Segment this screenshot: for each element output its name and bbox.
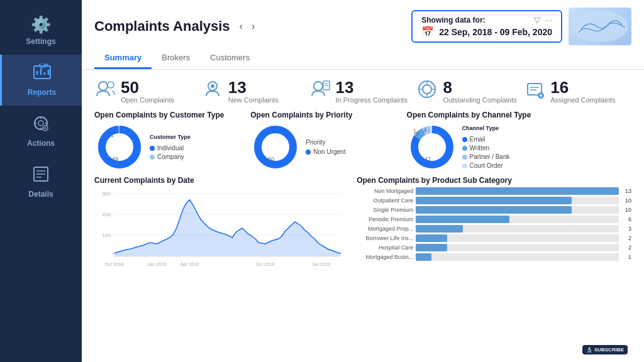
bar-track-2 [416, 206, 619, 214]
bar-value-2: 10 [621, 207, 631, 213]
svg-point-24 [211, 84, 214, 88]
donut-svg-customer: 1 49 [94, 122, 145, 172]
area-chart-svg: 300 200 100 Oct 2018 Jan 2019 Apr 2019 O… [94, 187, 344, 269]
bar-row-4: Mortgaged Prop... 3 [357, 225, 631, 233]
bar-track-0 [416, 187, 619, 195]
svg-text:4: 4 [423, 127, 426, 133]
kpi-outstanding-text: 8 Outstanding Complaints [443, 79, 516, 104]
kpi-new-number: 13 [228, 79, 279, 96]
kpi-new-text: 13 New Complaints [228, 79, 279, 104]
header-left: Complaints Analysis ‹ › [94, 18, 258, 35]
kpi-inprogress-desc: In Progress Complaints [336, 96, 408, 104]
legend-label-partner: Partner / Bank [470, 153, 510, 160]
nav-forward-button[interactable]: › [248, 19, 258, 33]
area-chart-title: Current Complaints by Date [94, 176, 344, 185]
date-filter-box[interactable]: Showing data for: ▽ ··· 📅 22 Sep, 2018 -… [411, 10, 562, 43]
bar-fill-6 [416, 244, 447, 251]
legend-label-nonurgent: Non Urgent [313, 148, 345, 155]
date-filter-label: Showing data for: [421, 16, 485, 25]
tab-customers[interactable]: Customers [200, 48, 260, 69]
tab-brokers[interactable]: Brokers [152, 48, 200, 69]
sidebar-item-actions[interactable]: Actions [0, 106, 82, 156]
svg-text:Jan 2020: Jan 2020 [312, 262, 331, 267]
bar-fill-7 [416, 253, 431, 261]
outstanding-complaints-icon [416, 79, 438, 104]
bottom-row: Current Complaints by Date 300 200 100 [82, 175, 644, 362]
chart-customer-type-title: Open Complaints by Customer Type [94, 111, 244, 119]
chart-priority: Open Complaints by Priority 50 Priority … [250, 111, 400, 172]
bar-value-3: 6 [621, 216, 631, 222]
bar-fill-5 [416, 234, 447, 242]
chart-channel-title: Open Complaints by Channel Type [407, 111, 631, 119]
subscribe-icon: 🔬 [586, 347, 592, 353]
kpi-open-number: 50 [121, 79, 174, 96]
kpi-outstanding-desc: Outstanding Complaints [443, 96, 516, 104]
svg-point-30 [423, 85, 431, 94]
bar-value-0: 13 [621, 188, 631, 194]
subscribe-badge[interactable]: 🔬 SUBSCRIBE [582, 345, 628, 354]
kpi-inprogress-complaints: 13 In Progress Complaints [309, 79, 417, 104]
legend-company: Company [150, 153, 191, 160]
legend-dot-nonurgent [306, 150, 311, 155]
legend-label-email: Email [470, 136, 486, 143]
legend-dot-court [462, 163, 467, 168]
bar-fill-4 [416, 225, 463, 233]
kpi-open-text: 50 Open Complaints [121, 79, 174, 104]
bar-value-6: 2 [621, 244, 631, 251]
date-filter-header: Showing data for: ▽ ··· [421, 15, 552, 25]
priority-legend-title: Priority [306, 139, 345, 146]
sidebar: ⚙️ Settings Reports [0, 0, 82, 362]
legend-individual: Individual [150, 145, 191, 151]
nav-back-button[interactable]: ‹ [236, 19, 246, 33]
svg-point-21 [99, 82, 108, 90]
sidebar-item-reports[interactable]: Reports [0, 55, 82, 106]
legend-label-individual: Individual [157, 145, 184, 151]
bar-row-5: Borrower Life Ins... 2 [357, 234, 631, 242]
page-header: Complaints Analysis ‹ › Showing data for… [82, 0, 644, 45]
filter-icon[interactable]: ▽ [534, 15, 540, 25]
legend-non-urgent: Non Urgent [306, 148, 345, 155]
kpi-open-complaints: 50 Open Complaints [94, 79, 202, 104]
svg-text:Jan 2019: Jan 2019 [147, 262, 166, 267]
svg-text:49: 49 [112, 156, 118, 162]
svg-text:300: 300 [102, 191, 111, 197]
subscribe-label: SUBSCRIBE [594, 347, 624, 353]
svg-text:1: 1 [111, 132, 114, 138]
main-content: Complaints Analysis ‹ › Showing data for… [82, 0, 644, 362]
kpi-row: 50 Open Complaints 13 New Complaints [82, 70, 644, 108]
svg-text:Apr 2019: Apr 2019 [180, 262, 199, 267]
svg-point-25 [314, 82, 323, 90]
bar-track-4 [416, 225, 619, 233]
svg-text:1: 1 [413, 128, 416, 134]
sidebar-item-details[interactable]: Details [0, 156, 82, 207]
date-range-text: 22 Sep, 2018 - 09 Feb, 2020 [439, 27, 552, 37]
area-chart-card: Current Complaints by Date 300 200 100 [94, 176, 344, 358]
more-icon[interactable]: ··· [545, 15, 552, 25]
tab-summary[interactable]: Summary [94, 48, 152, 69]
svg-text:100: 100 [102, 233, 111, 238]
bar-fill-2 [416, 206, 572, 214]
bar-track-5 [416, 234, 619, 242]
bar-label-5: Borrower Life Ins... [357, 235, 413, 241]
bar-track-3 [416, 216, 619, 223]
sidebar-item-settings[interactable]: ⚙️ Settings [0, 6, 82, 55]
bar-fill-0 [416, 187, 619, 195]
legend-dot-email [462, 137, 467, 142]
bar-label-6: Hospital Care [357, 244, 413, 251]
donut-svg-channel: 4 3 1 42 [407, 122, 457, 172]
legend-priority: Priority Non Urgent [306, 139, 345, 155]
reports-icon [33, 63, 52, 85]
bar-track-6 [416, 244, 619, 251]
kpi-open-desc: Open Complaints [121, 96, 174, 104]
assigned-complaints-icon [524, 79, 545, 104]
svg-point-8 [38, 121, 43, 126]
calendar-icon: 📅 [421, 26, 434, 38]
legend-title-customer: Customer Type [150, 134, 191, 140]
legend-customer-type: Customer Type Individual Company [150, 134, 191, 160]
legend-title-channel: Channel Type [462, 125, 510, 131]
legend-written: Written [462, 145, 510, 151]
bar-fill-1 [416, 197, 572, 204]
svg-text:200: 200 [102, 212, 111, 217]
bar-label-0: Non Mortgaged [357, 188, 413, 194]
chart-channel-type: Open Complaints by Channel Type 4 3 [407, 111, 631, 172]
